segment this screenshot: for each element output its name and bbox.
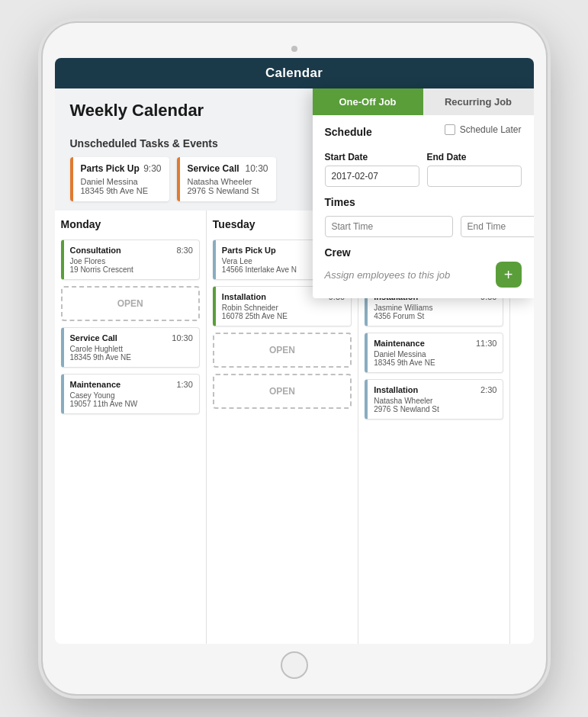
start-time-input[interactable] [325,216,453,237]
task-card-parts-pickup[interactable]: Parts Pick Up 9:30 Daniel Messina 18345 … [70,157,169,201]
tab-recurring[interactable]: Recurring Job [423,88,534,115]
schedule-later-checkbox[interactable] [445,124,455,135]
event-maintenance-monday[interactable]: Maintenance 1:30 Casey Young 19057 11th … [61,374,200,414]
ipad-camera [291,46,297,52]
event-consultation[interactable]: Consultation 8:30 Joe Flores 19 Norris C… [61,240,200,280]
task-card-header: Parts Pick Up 9:30 [81,163,162,174]
event-installation-wednesday-2[interactable]: Installation 2:30 Natasha Wheeler 2976 S… [365,379,503,420]
start-date-col: Start Date [325,152,419,187]
day-header-monday: Monday [61,218,200,230]
schedule-later-label: Schedule Later [460,124,522,135]
task-name: Natasha Wheeler [188,177,268,186]
task-title: Service Call [188,163,239,174]
times-label: Times [325,196,522,208]
end-time-input[interactable] [461,216,534,237]
overlay-panel: One-Off Job Recurring Job Schedule Sched… [313,88,534,298]
task-name: Daniel Messina [81,177,162,186]
plus-icon: + [504,267,513,282]
panel-body: Schedule Schedule Later Start Date End D… [313,115,534,298]
task-time: 9:30 [143,163,161,174]
crew-section: Crew Assign employees to this job + [325,246,522,288]
open-slot-tuesday-2[interactable]: OPEN [213,374,352,409]
start-date-input[interactable] [325,166,419,187]
end-date-input[interactable] [427,166,522,187]
schedule-later-row: Schedule Later [445,124,522,135]
open-slot-monday-1[interactable]: OPEN [61,286,200,321]
ipad-frame: Calendar Weekly Calendar Unscheduled Tas… [43,23,546,694]
times-row [325,216,522,237]
start-date-label: Start Date [325,152,419,162]
task-card-service-call[interactable]: Service Call 10:30 Natasha Wheeler 2976 … [177,157,276,201]
open-slot-tuesday-1[interactable]: OPEN [213,333,352,368]
ipad-home-button[interactable] [281,651,308,679]
panel-tabs: One-Off Job Recurring Job [313,88,534,115]
times-section: Times [325,196,522,237]
crew-hint: Assign employees to this job [325,269,451,281]
end-date-col: End Date [427,152,522,187]
task-card-header: Service Call 10:30 [188,163,268,174]
task-time: 10:30 [245,163,268,174]
ipad-screen: Calendar Weekly Calendar Unscheduled Tas… [55,58,534,644]
app-header: Calendar [55,58,534,88]
end-date-label: End Date [427,152,522,162]
event-service-call-monday[interactable]: Service Call 10:30 Carole Hughlett 18345… [61,327,200,368]
date-row: Start Date End Date [325,152,522,187]
task-address: 2976 S Newland St [188,186,268,195]
crew-label: Crew [325,246,522,259]
crew-content: Assign employees to this job + [325,262,522,288]
task-address: 18345 9th Ave NE [81,186,162,195]
event-maintenance-wednesday[interactable]: Maintenance 11:30 Daniel Messina 18345 9… [365,333,503,373]
task-title: Parts Pick Up [81,163,140,174]
header-title: Calendar [265,66,323,80]
add-crew-button[interactable]: + [496,262,522,288]
schedule-label: Schedule [325,126,372,138]
tab-one-off[interactable]: One-Off Job [313,88,423,115]
calendar-column-monday: Monday Consultation 8:30 Joe Flores 19 N… [55,211,207,644]
